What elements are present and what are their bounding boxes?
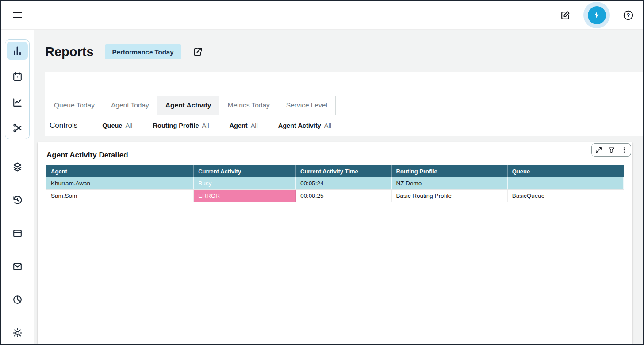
- lightning-bolt-icon: [588, 6, 606, 24]
- filter-agent-value: All: [251, 122, 258, 129]
- cell-current-activity: ERROR: [194, 190, 296, 202]
- filter-button[interactable]: [608, 146, 615, 154]
- scissors-icon: [12, 123, 23, 134]
- sidebar-lower-group: [7, 158, 28, 341]
- controls-row: Controls Queue All Routing Profile All A…: [45, 115, 643, 136]
- main-content: Reports Performance Today Queue Today Ag…: [34, 30, 643, 344]
- sidebar-item-analytics[interactable]: [7, 93, 28, 111]
- filter-agent-activity-value: All: [324, 122, 331, 129]
- filter-agent-name: Agent: [230, 122, 248, 129]
- open-external-button[interactable]: [192, 46, 203, 57]
- layers-icon: [12, 161, 23, 172]
- compose-note-icon: [560, 10, 571, 21]
- table-row[interactable]: Sam.Som ERROR 00:08:25 Basic Routing Pro…: [46, 190, 624, 202]
- sidebar-metrics-group: [5, 39, 30, 139]
- topbar: ?: [1, 1, 643, 30]
- vertical-ellipsis-icon: [621, 146, 628, 153]
- card-title: Agent Activity Detailed: [38, 142, 632, 165]
- performance-today-chip[interactable]: Performance Today: [105, 44, 181, 59]
- filter-agent-activity-name: Agent Activity: [278, 122, 321, 129]
- filter-agent-activity[interactable]: Agent Activity All: [278, 122, 331, 129]
- sidebar-item-settings[interactable]: [7, 324, 28, 341]
- cell-current-activity-time: 00:08:25: [296, 190, 392, 202]
- report-tabs: Queue Today Agent Today Agent Activity M…: [45, 96, 643, 115]
- sidebar-item-routing[interactable]: [7, 119, 28, 137]
- page-title: Reports: [45, 45, 94, 59]
- filter-routing-profile-name: Routing Profile: [153, 122, 199, 129]
- agent-activity-card: Agent Activity Detailed Agent Current Ac…: [38, 142, 632, 344]
- card-toolbar: [591, 143, 631, 157]
- cell-routing-profile: NZ Demo: [391, 177, 507, 190]
- line-chart-icon: [12, 97, 23, 108]
- sidebar-item-schedule[interactable]: [7, 68, 28, 85]
- table-row[interactable]: Khurram.Awan Busy 00:05:24 NZ Demo: [46, 177, 624, 190]
- cell-routing-profile: Basic Routing Profile: [391, 190, 507, 202]
- mail-icon: [12, 261, 23, 272]
- cell-queue: [507, 177, 623, 190]
- col-header-current-activity-time[interactable]: Current Activity Time: [296, 165, 392, 177]
- filter-routing-profile[interactable]: Routing Profile All: [153, 122, 209, 129]
- col-header-current-activity[interactable]: Current Activity: [194, 165, 296, 177]
- page-header: Reports Performance Today: [45, 43, 643, 61]
- filter-queue-name: Queue: [102, 122, 122, 129]
- agent-activity-table: Agent Current Activity Current Activity …: [46, 165, 624, 202]
- col-header-queue[interactable]: Queue: [507, 165, 623, 177]
- sidebar-item-reports-pie[interactable]: [7, 291, 28, 308]
- external-link-icon: [192, 46, 203, 57]
- cell-current-activity: Busy: [194, 177, 296, 190]
- cell-current-activity-time: 00:05:24: [296, 177, 392, 190]
- tab-agent-today[interactable]: Agent Today: [103, 96, 157, 115]
- cell-queue: BasicQueue: [507, 190, 623, 202]
- history-icon: [12, 195, 23, 206]
- sidebar: [1, 30, 34, 344]
- controls-label: Controls: [50, 121, 77, 130]
- filter-queue-value: All: [125, 122, 132, 129]
- cell-agent: Sam.Som: [46, 190, 194, 202]
- gear-icon: [12, 327, 23, 338]
- table-header-row: Agent Current Activity Current Activity …: [46, 165, 624, 177]
- compose-note-button[interactable]: [560, 10, 571, 21]
- help-button[interactable]: ?: [622, 9, 634, 21]
- bar-chart-icon: [12, 45, 23, 57]
- more-options-button[interactable]: [621, 146, 628, 153]
- calendar-icon: [12, 71, 23, 82]
- hamburger-menu-button[interactable]: [12, 9, 23, 21]
- window-icon: [12, 228, 23, 239]
- expand-icon: [595, 146, 602, 154]
- col-header-agent[interactable]: Agent: [46, 165, 194, 177]
- quick-connect-button[interactable]: [583, 2, 610, 28]
- cell-agent: Khurram.Awan: [46, 177, 194, 190]
- sidebar-item-mail[interactable]: [7, 257, 28, 275]
- col-header-routing-profile[interactable]: Routing Profile: [391, 165, 507, 177]
- tab-agent-activity[interactable]: Agent Activity: [157, 96, 220, 115]
- svg-text:?: ?: [627, 12, 630, 19]
- filter-routing-profile-value: All: [202, 122, 209, 129]
- filter-agent[interactable]: Agent All: [230, 122, 258, 129]
- funnel-icon: [608, 146, 615, 154]
- sidebar-item-dashboard[interactable]: [7, 224, 28, 242]
- expand-button[interactable]: [595, 146, 602, 154]
- tab-queue-today[interactable]: Queue Today: [46, 96, 103, 115]
- pie-chart-icon: [12, 294, 23, 305]
- sidebar-item-flows[interactable]: [7, 158, 28, 176]
- tab-metrics-today[interactable]: Metrics Today: [219, 96, 278, 115]
- filter-queue[interactable]: Queue All: [102, 122, 132, 129]
- tab-service-level[interactable]: Service Level: [278, 96, 336, 115]
- sidebar-item-history[interactable]: [7, 191, 28, 209]
- hamburger-icon: [12, 9, 23, 21]
- sidebar-item-reports[interactable]: [7, 42, 28, 60]
- report-panel: Queue Today Agent Today Agent Activity M…: [45, 72, 643, 136]
- help-icon: ?: [622, 9, 634, 21]
- topbar-actions: ?: [560, 2, 634, 28]
